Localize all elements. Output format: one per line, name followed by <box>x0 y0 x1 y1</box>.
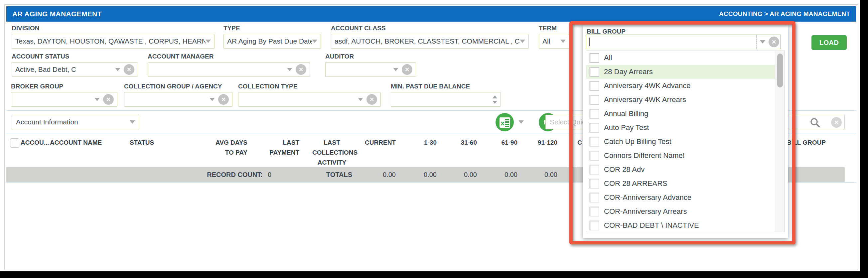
min-past-due-balance-input[interactable] <box>391 92 501 107</box>
title-bar: AR AGING MANAGEMENT ACCOUNTING > AR AGIN… <box>6 6 856 22</box>
column-header-account-number[interactable]: ACCOU... <box>21 138 49 147</box>
clear-icon[interactable]: ✕ <box>296 64 306 75</box>
account-status-field: ACCOUNT STATUS Active, Bad Debt, C ✕ <box>12 53 138 77</box>
account-class-label: ACCOUNT CLASS <box>331 25 529 32</box>
checkbox[interactable] <box>590 53 599 63</box>
account-status-label: ACCOUNT STATUS <box>12 53 138 60</box>
load-button[interactable]: LOAD <box>811 35 847 50</box>
chevron-down-icon[interactable] <box>560 39 566 43</box>
chevron-down-icon[interactable] <box>206 39 211 43</box>
clear-icon[interactable]: ✕ <box>367 94 377 105</box>
checkbox[interactable] <box>590 165 599 174</box>
list-item-label: COR-Anniversary Advance <box>604 193 691 202</box>
column-header-account-name[interactable]: ACCOUNT NAME <box>50 138 102 147</box>
division-label: DIVISION <box>12 25 215 32</box>
list-item[interactable]: Anniversary 4WK Advance <box>586 79 784 93</box>
bill-group-option-list[interactable]: All 28 Day Arrears Anniversary 4WK Advan… <box>586 51 785 232</box>
list-item-label: Connors Different Name! <box>604 151 685 160</box>
checkbox[interactable] <box>590 193 599 202</box>
column-header-last-payment[interactable]: LAST <box>233 138 299 147</box>
account-manager-field: ACCOUNT MANAGER ✕ <box>148 53 310 77</box>
list-item[interactable]: COR-Anniversary Arrears <box>586 205 784 218</box>
auditor-select[interactable]: ✕ <box>325 62 416 77</box>
checkbox[interactable] <box>590 179 599 188</box>
clear-icon[interactable]: ✕ <box>402 64 412 75</box>
collection-group-agency-select[interactable]: ✕ <box>124 92 232 107</box>
text-cursor <box>589 38 590 46</box>
column-header-91-120[interactable]: 91-120 <box>491 138 557 147</box>
step-up-icon[interactable] <box>493 95 497 98</box>
collection-type-select[interactable]: ✕ <box>238 92 381 107</box>
app-window: AR AGING MANAGEMENT ACCOUNTING > AR AGIN… <box>4 4 858 270</box>
account-status-select[interactable]: Active, Bad Debt, C ✕ <box>12 62 138 77</box>
excel-export-button[interactable]: x <box>496 113 514 131</box>
type-select[interactable]: AR Aging By Past Due Date <box>223 34 321 49</box>
chevron-down-icon[interactable] <box>520 39 525 43</box>
min-past-due-balance-label: MIN. PAST DUE BALANCE <box>391 83 501 90</box>
min-past-due-balance-field: MIN. PAST DUE BALANCE <box>391 83 501 107</box>
bill-group-input[interactable]: ✕ <box>586 35 781 49</box>
term-label: TERM <box>539 25 569 32</box>
broker-group-select[interactable]: ✕ <box>11 92 117 107</box>
record-count-label: RECORD COUNT: <box>163 167 263 182</box>
division-select[interactable]: Texas, DAYTON, HOUSTON, QAWASTE , CORPUS… <box>12 34 215 49</box>
chevron-down-icon[interactable] <box>287 68 292 71</box>
account-class-field: ACCOUNT CLASS asdf, AUTOCH, BROKER, CLAS… <box>331 25 529 49</box>
account-class-select[interactable]: asdf, AUTOCH, BROKER, CLASSTEST, COMMERC… <box>331 34 529 49</box>
checkbox[interactable] <box>590 151 599 160</box>
list-item[interactable]: COR 28 Adv <box>586 163 784 177</box>
column-header-status[interactable]: STATUS <box>130 138 154 147</box>
list-item[interactable]: Anniversary 4WK Arrears <box>586 93 784 107</box>
clear-icon[interactable]: ✕ <box>769 37 779 47</box>
view-selector[interactable]: Account Information <box>12 115 140 129</box>
division-field: DIVISION Texas, DAYTON, HOUSTON, QAWASTE… <box>12 25 215 49</box>
chevron-down-icon[interactable] <box>358 98 363 101</box>
chevron-down-icon[interactable] <box>130 120 135 124</box>
chevron-down-icon[interactable] <box>115 68 120 71</box>
select-all-checkbox[interactable] <box>10 138 19 148</box>
list-item[interactable]: Annual Billing <box>586 107 784 121</box>
search-icon[interactable] <box>810 117 820 128</box>
checkbox[interactable] <box>590 109 599 118</box>
list-item[interactable]: 28 Day Arrears <box>586 65 784 79</box>
column-header-bill-group[interactable]: BILL GROUP <box>787 138 826 147</box>
auditor-label: AUDITOR <box>325 53 416 60</box>
checkbox[interactable] <box>590 67 599 76</box>
collection-group-agency-label: COLLECTION GROUP / AGENCY <box>124 83 232 90</box>
chevron-down-icon[interactable] <box>94 98 100 101</box>
list-item[interactable]: COR 28 ARREARS <box>586 177 784 190</box>
account-manager-select[interactable]: ✕ <box>148 62 310 77</box>
checkbox[interactable] <box>590 123 599 132</box>
checkbox[interactable] <box>590 137 599 146</box>
list-item[interactable]: Auto Pay Test <box>586 121 784 135</box>
clear-icon[interactable]: ✕ <box>218 94 229 105</box>
step-down-icon[interactable] <box>493 101 497 104</box>
column-header-last-payment-line2: PAYMENT <box>233 148 299 157</box>
checkbox[interactable] <box>590 95 599 104</box>
list-item[interactable]: Catch Up Billing Test <box>586 135 784 149</box>
list-item-label: Anniversary 4WK Arrears <box>604 95 686 104</box>
clear-icon[interactable]: ✕ <box>103 94 114 105</box>
chevron-down-icon[interactable] <box>210 98 215 101</box>
list-item[interactable]: Connors Different Name! <box>586 149 784 163</box>
checkbox[interactable] <box>590 221 599 230</box>
checkbox[interactable] <box>590 81 599 90</box>
checkbox[interactable] <box>590 207 599 216</box>
scrollbar-track[interactable] <box>775 51 784 232</box>
number-stepper[interactable] <box>493 95 497 104</box>
chevron-down-icon[interactable] <box>760 40 765 43</box>
chevron-down-icon[interactable] <box>312 39 317 43</box>
excel-options-chevron-icon[interactable] <box>519 120 524 124</box>
term-select[interactable]: All <box>539 34 569 49</box>
list-item[interactable]: All <box>586 51 784 65</box>
collection-group-agency-field: COLLECTION GROUP / AGENCY ✕ <box>124 83 232 107</box>
clear-icon[interactable]: ✕ <box>124 64 134 75</box>
list-item-label: COR 28 ARREARS <box>604 179 668 188</box>
clear-search-icon[interactable]: ✕ <box>831 117 842 128</box>
list-item[interactable]: COR-Anniversary Advance <box>586 190 784 205</box>
scrollbar-thumb[interactable] <box>777 54 783 88</box>
divider <box>756 35 756 49</box>
account-class-value: asdf, AUTOCH, BROKER, CLASSTEST, COMMERC… <box>335 37 520 45</box>
list-item[interactable]: COR-BAD DEBT \ INACTIVE <box>586 218 784 232</box>
chevron-down-icon[interactable] <box>393 68 398 71</box>
